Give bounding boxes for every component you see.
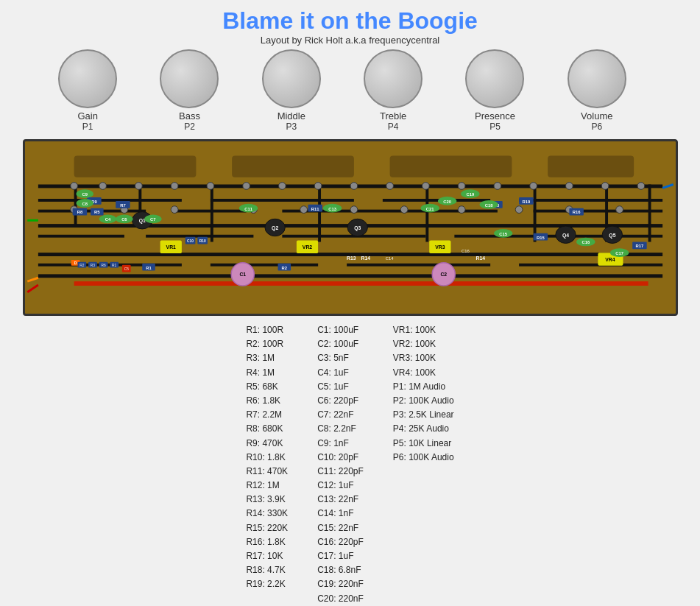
- svg-text:C1: C1: [239, 272, 246, 277]
- svg-point-49: [637, 183, 645, 190]
- svg-text:R6: R6: [101, 264, 106, 267]
- subtitle: Layout by Rick Holt a.k.a frequencycentr…: [15, 35, 685, 46]
- svg-rect-29: [347, 264, 490, 267]
- svg-point-33: [70, 183, 77, 190]
- bom-item: C19: 220nF: [317, 577, 364, 591]
- bom-item: C6: 220pF: [317, 394, 364, 408]
- svg-rect-21: [318, 185, 321, 242]
- svg-text:C17: C17: [615, 251, 623, 256]
- knob-bass-label: Bass: [179, 110, 200, 121]
- svg-point-45: [494, 183, 501, 190]
- bom-col-resistors: R1: 100RR2: 100RR3: 1MR4: 1MR5: 68KR6: 1…: [246, 323, 288, 606]
- svg-point-43: [422, 183, 429, 190]
- bom-table: R1: 100RR2: 100RR3: 1MR4: 1MR5: 68KR6: 1…: [246, 323, 453, 606]
- svg-text:VR1: VR1: [166, 244, 175, 250]
- svg-text:VR2: VR2: [302, 244, 311, 250]
- knob-volume: Volume P6: [568, 49, 626, 132]
- svg-text:R19: R19: [522, 200, 530, 204]
- knob-presence-circle[interactable]: [465, 49, 524, 108]
- bom-item: C20: 220nF: [317, 592, 364, 606]
- knob-bass-circle[interactable]: [160, 49, 219, 108]
- bom-item: R9: 470K: [246, 437, 288, 451]
- bom-item: R5: 68K: [246, 380, 288, 394]
- svg-text:R1: R1: [112, 264, 117, 267]
- svg-rect-7: [382, 199, 489, 202]
- bom-item: R12: 1M: [246, 479, 288, 493]
- bom-item: VR1: 100K: [393, 323, 454, 337]
- svg-rect-30: [519, 264, 662, 267]
- bom-item: P4: 25K Audio: [393, 422, 454, 436]
- bom-item: P6: 100K Audio: [393, 451, 454, 465]
- bom-item: C18: 6.8nF: [317, 563, 364, 577]
- svg-point-44: [458, 183, 465, 190]
- svg-text:C13: C13: [328, 207, 336, 211]
- svg-text:C15: C15: [499, 232, 507, 236]
- bom-item: C10: 20pF: [317, 451, 364, 465]
- svg-rect-25: [648, 185, 651, 242]
- bom-item: P1: 1M Audio: [393, 380, 454, 394]
- svg-text:C14: C14: [385, 256, 393, 261]
- svg-rect-12: [533, 210, 662, 213]
- knob-bass: Bass P2: [160, 49, 219, 132]
- svg-line-143: [27, 278, 38, 281]
- svg-text:C18: C18: [484, 203, 492, 208]
- knob-volume-circle[interactable]: [568, 49, 626, 108]
- svg-text:R2: R2: [79, 264, 85, 267]
- bom-item: C14: 1nF: [317, 507, 364, 521]
- knob-treble-label: Treble: [380, 110, 406, 121]
- svg-point-35: [135, 183, 142, 190]
- svg-text:C21: C21: [425, 207, 434, 211]
- svg-text:R17: R17: [635, 244, 643, 248]
- bom-item: C9: 1nF: [317, 437, 364, 451]
- bom-item: R7: 2.2M: [246, 408, 288, 422]
- svg-rect-22: [425, 185, 428, 242]
- svg-text:D: D: [74, 261, 77, 265]
- bom-col-pots: VR1: 100KVR2: 100KVR3: 100KVR4: 100KP1: …: [393, 323, 454, 606]
- svg-point-57: [458, 206, 465, 214]
- knob-presence: Presence P5: [465, 49, 524, 132]
- svg-text:R13: R13: [347, 256, 356, 261]
- svg-point-54: [300, 206, 307, 214]
- svg-text:C10: C10: [187, 239, 194, 243]
- pcb-board: Q1 Q2 Q3 Q4 Q5 VR1 VR2 VR: [23, 139, 678, 316]
- svg-rect-2: [389, 156, 512, 177]
- svg-point-37: [207, 183, 214, 190]
- knob-gain-id: P1: [82, 121, 93, 132]
- svg-text:R11: R11: [311, 207, 319, 211]
- svg-rect-8: [519, 199, 662, 202]
- svg-point-41: [350, 183, 358, 190]
- svg-point-36: [171, 183, 178, 190]
- bom-item: R4: 1M: [246, 366, 288, 380]
- bom-section: R1: 100RR2: 100RR3: 1MR4: 1MR5: 68KR6: 1…: [23, 323, 678, 606]
- svg-point-47: [565, 183, 573, 190]
- bom-item: C11: 220pF: [317, 465, 364, 479]
- page-title: Blame it on the Boogie: [15, 7, 685, 35]
- svg-text:R14: R14: [361, 256, 370, 261]
- bom-item: R10: 1.8K: [246, 451, 288, 465]
- bom-item: C4: 1uF: [317, 366, 364, 380]
- svg-rect-14: [38, 235, 124, 238]
- knob-treble: Treble P4: [364, 49, 423, 132]
- svg-text:Q4: Q4: [562, 233, 568, 239]
- bom-item: C3: 5nF: [317, 351, 364, 365]
- knob-middle-circle[interactable]: [262, 49, 321, 108]
- svg-rect-6: [210, 199, 353, 202]
- knob-gain-label: Gain: [77, 110, 97, 121]
- svg-point-39: [278, 183, 286, 190]
- svg-text:C16: C16: [581, 240, 590, 244]
- svg-text:C8: C8: [82, 202, 88, 206]
- knob-presence-id: P5: [489, 121, 501, 132]
- knob-volume-id: P6: [591, 121, 602, 132]
- bom-item: R11: 470K: [246, 465, 288, 479]
- svg-rect-3: [548, 156, 634, 177]
- svg-text:C20: C20: [443, 200, 451, 204]
- bom-item: VR3: 100K: [393, 351, 454, 365]
- knob-treble-circle[interactable]: [364, 49, 423, 108]
- svg-point-46: [529, 183, 537, 190]
- svg-text:R10: R10: [199, 239, 205, 243]
- svg-line-144: [662, 185, 674, 189]
- svg-rect-31: [74, 281, 648, 286]
- svg-text:R5: R5: [94, 210, 100, 214]
- knob-gain-circle[interactable]: [58, 49, 117, 108]
- svg-line-142: [27, 285, 38, 292]
